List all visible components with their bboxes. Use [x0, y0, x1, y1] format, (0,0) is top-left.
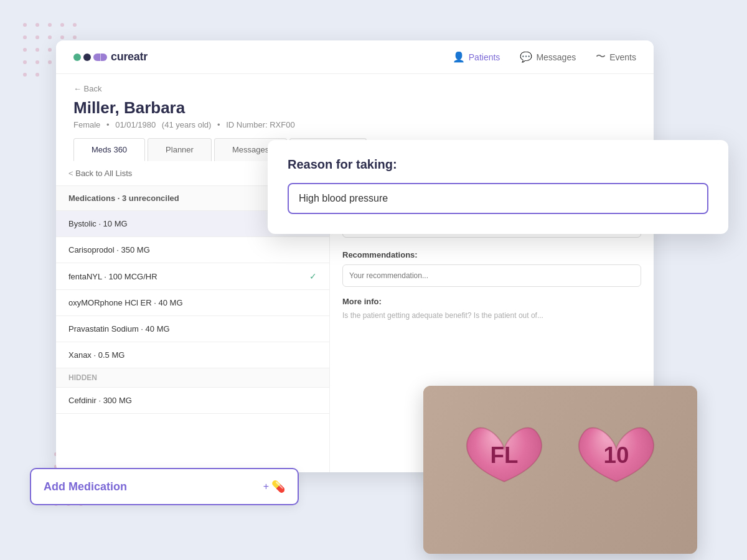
back-button[interactable]: ← Back	[73, 84, 636, 93]
messages-icon: 💬	[520, 51, 532, 63]
svg-point-2	[48, 23, 52, 27]
more-text: Is the patient getting adequate benefit?…	[342, 311, 641, 320]
svg-point-7	[48, 35, 52, 39]
reason-input[interactable]	[288, 183, 708, 214]
logo-text: cureatr	[111, 50, 148, 63]
med-item-xanax[interactable]: Xanax · 0.5 MG	[56, 342, 329, 368]
nav-events[interactable]: 〜 Events	[596, 50, 636, 63]
svg-point-11	[35, 48, 39, 52]
svg-point-12	[48, 48, 52, 52]
nav-messages[interactable]: 💬 Messages	[520, 51, 576, 63]
svg-point-9	[73, 35, 77, 39]
check-icon: ✓	[309, 271, 317, 281]
svg-point-5	[23, 35, 27, 39]
svg-point-17	[23, 73, 27, 77]
more-label: More info:	[342, 297, 641, 306]
svg-point-18	[35, 73, 39, 77]
patient-id: ID Number: RXF00	[226, 120, 295, 129]
svg-point-0	[23, 23, 27, 27]
med-item-oxymorphone[interactable]: oxyMORphone HCl ER · 40 MG	[56, 290, 329, 316]
nav-bar: cureatr 👤 Patients 💬 Messages 〜 Events	[56, 40, 654, 74]
patients-icon: 👤	[453, 51, 465, 63]
patient-name: Miller, Barbara	[73, 98, 636, 118]
med-item-cefdinir[interactable]: Cefdinir · 300 MG	[56, 388, 329, 414]
svg-point-8	[60, 35, 64, 39]
svg-point-14	[23, 60, 27, 64]
add-medication-icon: + 💊	[263, 480, 285, 493]
svg-point-15	[35, 60, 39, 64]
med-item-label: Pravastatin Sodium · 40 MG	[68, 324, 170, 334]
med-item-fentanyl[interactable]: fentaNYL · 100 MCG/HR ✓	[56, 263, 329, 290]
logo-pill-icon	[93, 54, 107, 61]
med-item-label: Xanax · 0.5 MG	[68, 350, 125, 360]
logo-dot-green	[73, 54, 81, 61]
svg-point-3	[60, 23, 64, 27]
patient-dob: 01/01/1980	[115, 120, 156, 129]
tab-meds360[interactable]: Meds 360	[73, 138, 145, 161]
reason-card: Reason for taking:	[268, 140, 728, 234]
svg-point-6	[35, 35, 39, 39]
med-item-pravastatin[interactable]: Pravastatin Sodium · 40 MG	[56, 316, 329, 342]
med-item-carisoprodol[interactable]: Carisoprodol · 350 MG	[56, 237, 329, 263]
tab-planner[interactable]: Planner	[148, 138, 212, 161]
nav-patients[interactable]: 👤 Patients	[453, 51, 500, 63]
patient-age: (41 years old)	[162, 120, 211, 129]
rec-input[interactable]	[342, 264, 641, 287]
svg-point-1	[35, 23, 39, 27]
hidden-section-label: HIDDEN	[56, 368, 329, 388]
logo-area: cureatr	[73, 50, 453, 63]
add-medication-label: Add Medication	[44, 480, 127, 493]
patient-gender: Female	[73, 120, 100, 129]
pill-image-card	[423, 386, 697, 554]
logo-dot-dark	[83, 54, 91, 61]
patient-meta: Female • 01/01/1980 (41 years old) • ID …	[73, 120, 636, 129]
med-item-label: Cefdinir · 300 MG	[68, 396, 132, 405]
reason-title: Reason for taking:	[288, 157, 708, 172]
svg-point-16	[48, 60, 52, 64]
events-icon: 〜	[596, 50, 606, 63]
med-item-label: Bystolic · 10 MG	[68, 219, 128, 228]
logo-icon	[73, 54, 107, 61]
add-medication-button[interactable]: Add Medication + 💊	[30, 468, 299, 505]
nav-links: 👤 Patients 💬 Messages 〜 Events	[453, 50, 636, 63]
med-item-label: Carisoprodol · 350 MG	[68, 245, 150, 254]
med-item-label: fentaNYL · 100 MCG/HR	[68, 272, 157, 281]
svg-point-4	[73, 23, 77, 27]
pill-canvas	[423, 386, 697, 554]
pill-icon: 💊	[271, 480, 285, 493]
rec-label: Recommendations:	[342, 250, 641, 259]
svg-point-10	[23, 48, 27, 52]
med-item-label: oxyMORphone HCl ER · 40 MG	[68, 298, 183, 307]
